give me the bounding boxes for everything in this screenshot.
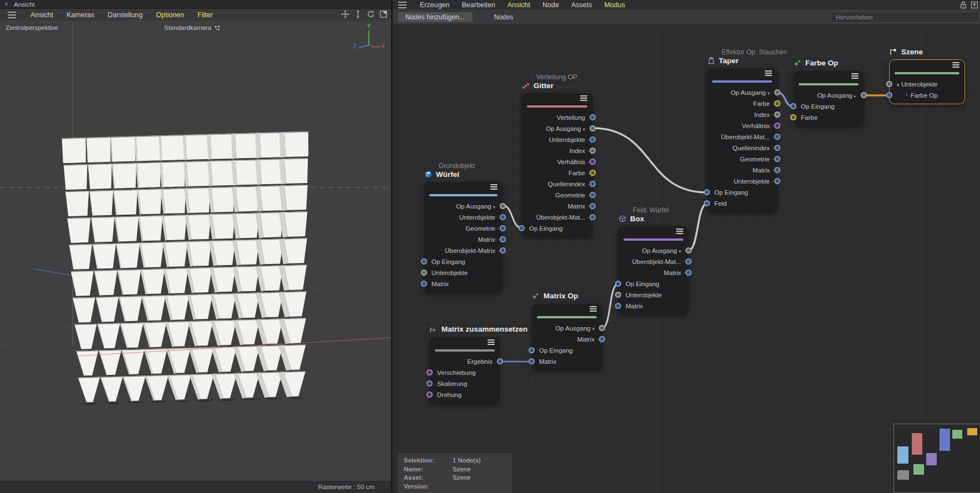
node-menu-icon[interactable] [580, 98, 587, 99]
port-out-op-ausgang[interactable] [590, 125, 596, 131]
rotate-icon[interactable] [367, 10, 375, 18]
port-in-farbe-op[interactable] [886, 92, 892, 98]
3d-viewport[interactable]: Zentralperspektive Standardkamera Y Z X … [0, 21, 391, 493]
port-row-unterobjekte: Unterobjekte [424, 212, 502, 223]
port-out-op-ausgang[interactable] [686, 247, 692, 253]
node-box[interactable]: Op Ausgang▾Überobjekt-Mat...MatrixOp Ein… [618, 226, 688, 314]
port-row-farbe-op: └Farbe Op [890, 90, 964, 101]
close-icon[interactable]: × [4, 1, 8, 8]
port-out-unterobjekte[interactable] [774, 178, 780, 184]
port-out-quellenindex[interactable] [774, 145, 780, 151]
node-farbe-op[interactable]: Op Ausgang▸Op EingangFarbe [794, 71, 864, 126]
port-out-überobjekt-mat-[interactable] [774, 134, 780, 140]
port-out-op-ausgang[interactable] [861, 92, 867, 98]
port-in-matrix[interactable] [615, 303, 621, 309]
port-in-op-eingang[interactable] [519, 225, 525, 231]
maximize-icon[interactable] [379, 10, 388, 18]
node-szene[interactable]: ▾Unterobjekte└Farbe Op [890, 60, 964, 104]
port-in-farbe[interactable] [790, 114, 796, 120]
port-out-verhältnis[interactable] [774, 123, 780, 129]
node-graph-canvas[interactable]: GrundobjektWürfelOp Ausgang▾Unterobjekte… [393, 25, 980, 493]
port-out-geometrie[interactable] [590, 192, 596, 198]
dropdown-arrow-icon[interactable]: ▾ [768, 90, 770, 96]
status-label: Asset: [404, 474, 453, 482]
port-in-op-eingang[interactable] [529, 347, 535, 353]
port-out-unterobjekte[interactable] [500, 214, 506, 220]
port-in-matrix[interactable] [421, 281, 427, 287]
port-out-matrix[interactable] [774, 167, 780, 173]
port-out-quellenindex[interactable] [590, 181, 596, 187]
dropdown-arrow-icon[interactable]: ▾ [583, 126, 585, 132]
node-menu-icon[interactable] [676, 231, 683, 232]
port-out-op-ausgang[interactable] [500, 203, 506, 209]
node-menu-icon[interactable] [851, 75, 859, 77]
port-out-op-ausgang[interactable] [774, 89, 780, 95]
dropdown-arrow-icon[interactable]: ▾ [493, 204, 495, 210]
pan-icon[interactable] [341, 10, 349, 18]
port-in-op-eingang[interactable] [704, 189, 710, 195]
port-out-überobjekt-mat-[interactable] [686, 258, 692, 265]
node-matrix-zusammensetzen[interactable]: ErgebnisVerschiebungSkalierungDrehung [430, 337, 500, 403]
port-out-op-ausgang[interactable] [599, 325, 605, 331]
menu-filter[interactable]: Filter [197, 11, 213, 19]
port-out-ergebnis[interactable] [497, 358, 503, 364]
minimap-node-matrix-op [913, 464, 924, 475]
dolly-icon[interactable] [354, 10, 362, 18]
port-out-index[interactable] [590, 148, 596, 154]
port-out-farbe[interactable] [774, 100, 780, 106]
port-in-unterobjekte[interactable] [886, 81, 892, 87]
menu-ansicht[interactable]: Ansicht [31, 11, 53, 19]
node-menu-icon[interactable] [952, 64, 959, 65]
port-in-op-eingang[interactable] [421, 258, 427, 265]
port-out-überobjekt-mat-[interactable] [590, 214, 596, 220]
port-out-matrix[interactable] [590, 203, 596, 209]
expand-triangle-icon[interactable]: ▾ [897, 82, 899, 88]
port-out-geometrie[interactable] [500, 225, 506, 231]
node-wuerfel[interactable]: Op Ausgang▾UnterobjekteGeometrieMatrixÜb… [424, 182, 502, 292]
port-in-verschiebung[interactable] [426, 369, 433, 375]
menu-optionen[interactable]: Optionen [156, 11, 184, 19]
port-in-skalierung[interactable] [426, 380, 433, 387]
port-out-unterobjekte[interactable] [590, 136, 596, 143]
node-color-strip [527, 105, 587, 108]
port-out-überobjekt-matrix[interactable] [500, 247, 506, 253]
port-out-geometrie[interactable] [774, 156, 780, 162]
dropdown-arrow-icon[interactable]: ▸ [854, 93, 856, 99]
port-in-unterobjekte[interactable] [421, 270, 427, 276]
port-label: Op Eingang [714, 189, 748, 196]
dropdown-arrow-icon[interactable]: ▾ [592, 326, 595, 332]
node-gitter[interactable]: VerteilungOp Ausgang▾UnterobjekteIndexVe… [522, 93, 592, 237]
selection-status-panel: Selektion:1 Node(s)Name:SzeneAsset:Szene… [398, 453, 512, 493]
port-label: Op Ausgang [456, 203, 491, 210]
port-out-index[interactable] [774, 111, 780, 118]
port-in-drehung[interactable] [426, 392, 433, 398]
node-color-strip [435, 349, 495, 352]
node-menu-icon[interactable] [765, 73, 772, 74]
port-in-unterobjekte[interactable] [615, 292, 621, 298]
node-menu-icon[interactable] [590, 308, 597, 309]
hamburger-icon[interactable] [8, 14, 16, 16]
port-out-verteilung[interactable] [590, 114, 596, 120]
node-taper[interactable]: Op Ausgang▾FarbeIndexVerhältnisÜberobjek… [707, 68, 777, 212]
port-out-matrix[interactable] [599, 336, 605, 342]
camera-name-label[interactable]: Standardkamera [161, 24, 224, 32]
node-menu-icon[interactable] [490, 186, 497, 187]
port-out-matrix[interactable] [686, 270, 692, 276]
port-out-matrix[interactable] [500, 236, 506, 242]
port-out-farbe[interactable] [590, 170, 596, 176]
perspective-label[interactable]: Zentralperspektive [2, 24, 62, 32]
dropdown-arrow-icon[interactable]: ▾ [679, 248, 681, 254]
port-in-op-eingang[interactable] [790, 103, 796, 109]
port-out-verhältnis[interactable] [590, 159, 596, 165]
port-in-op-eingang[interactable] [615, 281, 621, 287]
port-row-drehung: Drehung [430, 389, 500, 400]
menu-darstellung[interactable]: Darstellung [108, 11, 143, 19]
menu-kameras[interactable]: Kameras [67, 11, 94, 19]
port-in-feld[interactable] [704, 200, 710, 206]
axis-gizmo[interactable]: Y Z X [351, 23, 384, 50]
port-in-matrix[interactable] [529, 358, 535, 364]
port-label: Verteilung [557, 114, 585, 121]
node-matrix-op[interactable]: Op Ausgang▾MatrixOp EingangMatrix [532, 304, 602, 370]
node-menu-icon[interactable] [488, 342, 495, 343]
minimap[interactable] [893, 424, 980, 493]
